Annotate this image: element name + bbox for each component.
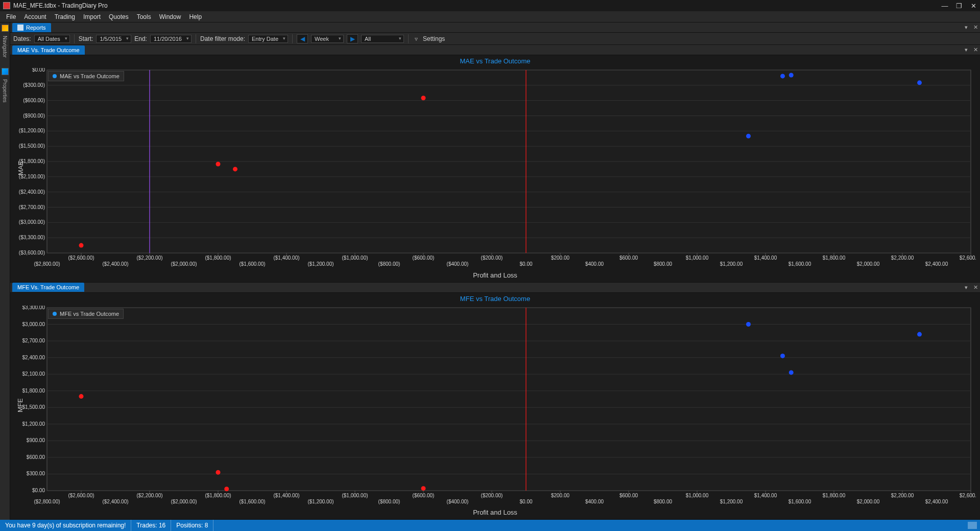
svg-text:($2,400.00): ($2,400.00) (102, 499, 128, 504)
svg-text:($800.00): ($800.00) (378, 499, 400, 504)
menu-quotes[interactable]: Quotes (105, 13, 133, 20)
svg-point-74 (421, 96, 426, 100)
svg-text:$1,200.00: $1,200.00 (720, 499, 743, 504)
menu-file[interactable]: File (2, 13, 20, 20)
svg-text:$1,600.00: $1,600.00 (788, 499, 811, 504)
period-dropdown[interactable]: Week (311, 35, 344, 43)
navigator-tab-icon[interactable] (2, 25, 9, 32)
chart-mae-tab[interactable]: MAE Vs. Trade Outcome (12, 45, 85, 55)
chart-mae-body: MAE $0.00($300.00)($600.00)($900.00)($1,… (14, 68, 976, 268)
svg-text:$0.00: $0.00 (519, 499, 532, 504)
svg-text:($2,400.00): ($2,400.00) (19, 189, 45, 195)
svg-text:$800.00: $800.00 (654, 499, 673, 504)
svg-text:($300.00): ($300.00) (23, 82, 45, 88)
chart-mae-menu-button[interactable]: ▾ (963, 47, 970, 54)
svg-text:$2,400.00: $2,400.00 (925, 499, 948, 504)
chart-mfe-menu-button[interactable]: ▾ (963, 284, 970, 291)
svg-text:($2,200.00): ($2,200.00) (136, 255, 162, 261)
svg-text:$400.00: $400.00 (585, 499, 604, 504)
svg-point-148 (216, 470, 221, 474)
svg-text:$200.00: $200.00 (551, 493, 570, 498)
svg-text:$1,800.00: $1,800.00 (823, 493, 846, 498)
svg-text:($2,600.00): ($2,600.00) (68, 255, 94, 261)
svg-text:($400.00): ($400.00) (447, 499, 469, 504)
chart-mfe-xlabel: Profit and Loss (10, 507, 980, 519)
svg-text:$1,000.00: $1,000.00 (686, 493, 709, 498)
svg-text:$900.00: $900.00 (27, 437, 45, 443)
svg-rect-79 (47, 308, 971, 491)
svg-text:$3,000.00: $3,000.00 (22, 321, 45, 327)
end-date-input[interactable]: 11/20/2016 (150, 35, 192, 43)
status-tray-icon[interactable] (968, 522, 977, 529)
svg-text:($2,200.00): ($2,200.00) (136, 493, 162, 498)
menu-bar: File Account Trading Import Quotes Tools… (0, 11, 980, 22)
svg-text:$0.00: $0.00 (32, 488, 45, 493)
properties-tab-icon[interactable] (2, 68, 9, 75)
chart-mfe-legend-label: MFE vs Trade Outcome (60, 311, 119, 317)
next-period-button[interactable]: ▶ (347, 34, 358, 43)
svg-point-78 (917, 80, 922, 85)
chart-mae-legend: MAE vs Trade Outcome (48, 71, 124, 81)
svg-text:($3,600.00): ($3,600.00) (19, 250, 45, 256)
reports-icon (17, 25, 23, 31)
svg-point-75 (746, 134, 751, 138)
svg-text:$2,000.00: $2,000.00 (857, 261, 880, 267)
chart-mae-title: MAE vs Trade Outcome (10, 55, 980, 67)
svg-text:$200.00: $200.00 (551, 255, 570, 261)
svg-text:$1,800.00: $1,800.00 (22, 387, 45, 393)
svg-text:$800.00: $800.00 (654, 261, 673, 267)
menu-trading[interactable]: Trading (51, 13, 79, 20)
scope-dropdown[interactable]: All (361, 35, 404, 43)
legend-dot-icon (53, 312, 57, 316)
navigator-tab-label[interactable]: Navigator (2, 36, 8, 58)
chart-mfe-panel: MFE Vs. Trade Outcome ▾ ✕ MFE vs Trade O… (10, 283, 980, 520)
reports-panel-header: Reports ▾ ✕ (10, 22, 980, 33)
svg-point-153 (789, 370, 794, 375)
svg-point-150 (421, 486, 426, 491)
properties-tab-label[interactable]: Properties (2, 79, 8, 103)
settings-link[interactable]: Settings (423, 35, 445, 42)
svg-text:($2,000.00): ($2,000.00) (171, 499, 197, 504)
menu-tools[interactable]: Tools (133, 13, 155, 20)
reports-close-button[interactable]: ✕ (972, 24, 979, 31)
svg-text:($1,800.00): ($1,800.00) (205, 255, 231, 261)
menu-account[interactable]: Account (20, 13, 50, 20)
menu-import[interactable]: Import (79, 13, 105, 20)
minimize-button[interactable]: — (941, 2, 948, 9)
filter-icon[interactable]: ▿ (413, 35, 420, 42)
menu-help[interactable]: Help (185, 13, 206, 20)
svg-text:($2,800.00): ($2,800.00) (34, 261, 60, 267)
svg-text:$1,200.00: $1,200.00 (22, 421, 45, 426)
reports-toolbar: Dates: All Dates Start: 1/5/2015 End: 11… (10, 33, 980, 45)
reports-tab[interactable]: Reports (12, 23, 51, 32)
svg-text:($600.00): ($600.00) (413, 493, 435, 498)
chart-mfe-title: MFE vs Trade Outcome (10, 293, 980, 305)
chart-mfe-close-button[interactable]: ✕ (972, 284, 979, 291)
svg-text:$0.00: $0.00 (519, 261, 532, 267)
svg-text:$1,000.00: $1,000.00 (686, 255, 709, 261)
svg-text:$1,400.00: $1,400.00 (754, 493, 777, 498)
svg-point-73 (233, 167, 237, 171)
chart-mae-close-button[interactable]: ✕ (972, 47, 979, 54)
dates-dropdown[interactable]: All Dates (34, 35, 70, 43)
filter-mode-dropdown[interactable]: Entry Date (248, 35, 288, 43)
chart-mfe-legend: MFE vs Trade Outcome (48, 309, 124, 319)
prev-period-button[interactable]: ◀ (297, 34, 308, 43)
svg-text:$2,200.00: $2,200.00 (891, 493, 914, 498)
svg-text:($400.00): ($400.00) (447, 261, 469, 267)
svg-text:($800.00): ($800.00) (378, 261, 400, 267)
title-bar: MAE_MFE.tdbx - TradingDiary Pro — ❐ ✕ (0, 0, 980, 11)
chart-mfe-body: MFE $0.00$300.00$600.00$900.00$1,200.00$… (14, 306, 976, 506)
close-button[interactable]: ✕ (970, 2, 977, 9)
maximize-button[interactable]: ❐ (955, 2, 963, 9)
svg-text:($1,200.00): ($1,200.00) (307, 499, 333, 504)
chart-mfe-tab[interactable]: MFE Vs. Trade Outcome (12, 283, 84, 292)
start-label: Start: (79, 35, 93, 42)
menu-window[interactable]: Window (155, 13, 185, 20)
svg-point-71 (79, 243, 84, 248)
start-date-input[interactable]: 1/5/2015 (96, 35, 131, 43)
svg-text:($1,000.00): ($1,000.00) (342, 255, 368, 261)
reports-menu-button[interactable]: ▾ (963, 24, 970, 31)
svg-text:$600.00: $600.00 (619, 493, 638, 498)
svg-text:$2,400.00: $2,400.00 (925, 261, 948, 267)
